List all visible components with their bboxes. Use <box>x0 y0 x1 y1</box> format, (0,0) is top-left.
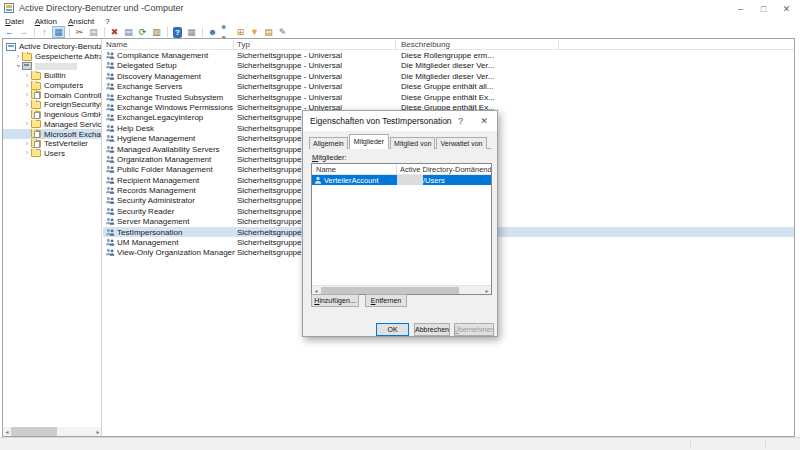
member-row-verteileraccount[interactable]: VerteilerAccount /Users <box>312 175 491 185</box>
column-divider[interactable] <box>396 165 397 174</box>
members-label: Mitglieder: <box>312 153 347 162</box>
tree-item-root[interactable]: Active Directory-Benutzer und -Computer <box>3 42 101 52</box>
Discovery Management[interactable]: Discovery Management Sicherheitsgruppe -… <box>103 71 794 81</box>
redacted-domain <box>397 175 423 185</box>
back-icon[interactable]: ← <box>3 26 16 38</box>
tree-item-builtin[interactable]: › Builtin <box>3 71 101 81</box>
export-list-icon[interactable]: ▥ <box>150 26 163 38</box>
tree-item-ingenious-gmbh[interactable]: Ingenious GmbH <box>3 110 101 120</box>
members-list: Name Active Directory-Domänendienste-Ord… <box>311 163 492 295</box>
expand-chevron-icon[interactable]: › <box>23 120 31 128</box>
tree-item-gespeicherte-abfragen[interactable]: › Gespeicherte Abfragen <box>3 52 101 62</box>
cancel-button[interactable]: Abbrechen <box>414 323 450 336</box>
properties-icon[interactable]: ▤ <box>122 26 135 38</box>
new-ou-icon[interactable]: ⊞ <box>234 26 247 38</box>
filter-icon[interactable]: ▼ <box>248 26 261 38</box>
expand-chevron-icon[interactable]: › <box>23 82 31 90</box>
ok-button[interactable]: OK <box>376 323 409 336</box>
apply-button[interactable]: Übernehmen <box>454 323 494 336</box>
scrollbar-thumb[interactable] <box>11 427 57 436</box>
security-group-icon <box>105 186 115 194</box>
expand-chevron-icon[interactable]: › <box>14 53 22 61</box>
scroll-left-icon[interactable]: ◄ <box>3 427 11 436</box>
dialog-help-icon[interactable]: ? <box>458 116 463 126</box>
security-group-icon <box>105 113 115 121</box>
column-divider[interactable] <box>395 40 396 49</box>
tree-item-icon <box>31 101 41 109</box>
window-controls: – □ ✕ <box>729 0 798 17</box>
security-group-icon <box>105 176 115 184</box>
up-level-icon[interactable]: ↑ <box>38 26 51 38</box>
tree-item-managed-service-accounts[interactable]: › Managed Service Accounts <box>3 120 101 130</box>
scroll-right-icon[interactable]: ► <box>94 427 102 436</box>
security-group-icon <box>105 248 115 256</box>
toolbar: ←→↑▦✂▤✖▤⟳▥?▦☻☻☻⊞▼▤✎ <box>0 26 800 38</box>
security-group-icon <box>105 72 115 80</box>
new-user-icon[interactable]: ☻ <box>206 26 219 38</box>
expand-chevron-icon[interactable]: › <box>23 101 31 109</box>
scrollbar-thumb[interactable] <box>321 287 459 294</box>
Delegated Setup[interactable]: Delegated Setup Sicherheitsgruppe - Univ… <box>103 60 794 70</box>
delete-icon[interactable]: ✖ <box>108 26 121 38</box>
tree-item-microsoft-exchange-security-groups[interactable]: Microsoft Exchange Security Groups <box>3 129 101 139</box>
security-group-icon <box>105 228 115 236</box>
new-group-icon[interactable]: ☻☻ <box>220 26 233 38</box>
member-column-folder[interactable]: Active Directory-Domänendienste-Ordner <box>400 165 491 174</box>
tab-verwaltet-von[interactable]: Verwaltet von <box>436 137 486 149</box>
help-icon[interactable]: ? <box>171 26 184 38</box>
tab-mitglied-von[interactable]: Mitglied von <box>390 137 435 149</box>
minimize-button[interactable]: – <box>729 0 752 17</box>
expand-chevron-icon[interactable]: › <box>14 62 22 70</box>
tab-allgemein[interactable]: Allgemein <box>309 137 348 149</box>
refresh-icon[interactable]: ⟳ <box>136 26 149 38</box>
members-horizontal-scrollbar[interactable]: ◄ ► <box>312 285 491 294</box>
tree-item-icon <box>31 130 41 138</box>
column-header-name[interactable]: Name <box>106 40 127 49</box>
forward-icon[interactable]: → <box>17 26 30 38</box>
dialog-close-icon[interactable]: ✕ <box>480 116 488 126</box>
tree-items: Active Directory-Benutzer und -Computer … <box>3 42 101 158</box>
Exchange Servers[interactable]: Exchange Servers Sicherheitsgruppe - Uni… <box>103 81 794 91</box>
tree-item-users[interactable]: › Users <box>3 149 101 159</box>
menu-item-ansicht[interactable]: Ansicht <box>68 17 94 26</box>
status-bar <box>0 437 800 450</box>
maximize-button[interactable]: □ <box>752 0 775 17</box>
expand-chevron-icon[interactable]: › <box>23 140 31 148</box>
member-column-name[interactable]: Name <box>316 165 394 174</box>
tab-mitglieder[interactable]: Mitglieder <box>349 134 389 149</box>
menu-item-datei[interactable]: Datei <box>5 17 24 26</box>
cut-icon[interactable]: ✂ <box>73 26 86 38</box>
aduc-window: Active Directory-Benutzer und -Computer … <box>0 0 800 450</box>
column-header-typ[interactable]: Typ <box>237 40 250 49</box>
column-divider[interactable] <box>558 40 559 49</box>
toolbar-separator <box>69 27 70 37</box>
tree-item-computers[interactable]: › Computers <box>3 81 101 91</box>
close-button[interactable]: ✕ <box>775 0 798 17</box>
tree-item-testverteiler[interactable]: › TestVerteiler <box>3 139 101 149</box>
column-header-beschreibung[interactable]: Beschreibung <box>401 40 450 49</box>
tree-item-icon <box>31 91 41 99</box>
add-button[interactable]: Hinzufügen... <box>311 294 359 307</box>
view-columns-icon[interactable]: ▤ <box>262 26 275 38</box>
show-tree-icon[interactable]: ▦ <box>52 26 65 38</box>
window-icon[interactable]: ▦ <box>185 26 198 38</box>
members-list-header: Name Active Directory-Domänendienste-Ord… <box>312 164 491 175</box>
menu-item-aktion[interactable]: Aktion <box>35 17 57 26</box>
paste-icon[interactable]: ▤ <box>87 26 100 38</box>
expand-chevron-icon[interactable]: › <box>23 91 31 99</box>
Compliance Management[interactable]: Compliance Management Sicherheitsgruppe … <box>103 50 794 60</box>
Exchange Trusted Subsystem[interactable]: Exchange Trusted Subsystem Sicherheitsgr… <box>103 92 794 102</box>
expand-chevron-icon[interactable]: › <box>23 149 31 157</box>
menu-item-hilfe[interactable]: ? <box>105 17 109 26</box>
scroll-right-icon[interactable]: ► <box>483 286 491 295</box>
tree-item-domain-controllers[interactable]: › Domain Controllers <box>3 90 101 100</box>
tree-item-domain[interactable]: › <box>3 61 101 71</box>
tree-horizontal-scrollbar[interactable]: ◄ ► <box>3 427 102 436</box>
remove-button[interactable]: Entfernen <box>365 294 407 307</box>
column-divider[interactable] <box>233 40 234 49</box>
properties-dialog: Eigenschaften von TestImpersonation ? ✕ … <box>302 110 498 337</box>
find-icon[interactable]: ✎ <box>276 26 289 38</box>
tree-item-foreignsecurityprincipals[interactable]: › ForeignSecurityPrincipals <box>3 100 101 110</box>
tree-item-icon <box>31 140 41 148</box>
expand-chevron-icon[interactable]: › <box>23 72 31 80</box>
